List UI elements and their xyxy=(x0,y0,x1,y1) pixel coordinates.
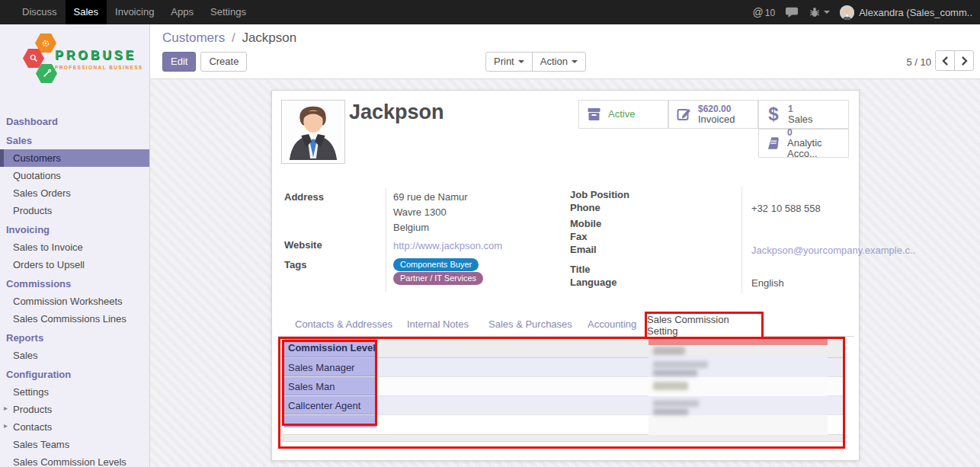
commission-level-cell[interactable]: Callcenter Agent xyxy=(284,396,376,414)
address-street[interactable]: 69 rue de Namur xyxy=(393,191,468,203)
active-stat-button[interactable]: Active xyxy=(578,100,668,129)
address-city[interactable]: Wavre 1300 xyxy=(393,206,447,218)
sidebar-item-label: Contacts xyxy=(13,421,52,433)
tab-internal-notes[interactable]: Internal Notes xyxy=(407,318,469,330)
sidebar-section-commissions[interactable]: Commissions xyxy=(0,273,149,293)
analytic-count-label: Analytic Acco... xyxy=(787,138,842,159)
breadcrumb-separator: / xyxy=(232,30,235,45)
menu-invoicing[interactable]: Invoicing xyxy=(107,0,162,24)
sidebar-item-sales-commissions-lines[interactable]: Sales Commissions Lines xyxy=(0,310,149,328)
sidebar-item-config-contacts[interactable]: ▸Contacts xyxy=(0,418,149,436)
top-menu: Discuss Sales Invoicing Apps Settings xyxy=(14,0,255,24)
menu-sales[interactable]: Sales xyxy=(66,0,107,24)
sidebar-item-config-products[interactable]: ▸Products xyxy=(0,401,149,418)
user-avatar xyxy=(840,5,854,20)
tab-sales-commission-setting[interactable]: Sales Commission Setting xyxy=(646,312,762,337)
customer-photo[interactable] xyxy=(281,100,345,164)
commission-level-cell[interactable]: Sales Manager xyxy=(284,358,376,376)
chevron-right-icon xyxy=(961,56,968,66)
sidebar-section-invoicing[interactable]: Invoicing xyxy=(0,219,149,238)
sidebar-item-commission-worksheets[interactable]: Commission Worksheets xyxy=(0,293,149,310)
create-button[interactable]: Create xyxy=(200,52,247,72)
address-label: Address xyxy=(284,191,324,203)
top-navbar: Discuss Sales Invoicing Apps Settings @1… xyxy=(0,0,980,24)
bug-icon[interactable] xyxy=(809,6,830,18)
sidebar-item-quotations[interactable]: Quotations xyxy=(0,167,149,184)
main-content: Jackpson Active $620.00 Invoiced $ 1 Sal… xyxy=(150,79,980,467)
at-mention-icon: @ xyxy=(753,6,764,18)
tag-partner-it-services[interactable]: Partner / IT Services xyxy=(393,272,483,285)
record-title: Jackpson xyxy=(349,101,444,124)
sidebar-item-products[interactable]: Products xyxy=(0,202,149,219)
sidebar-item-settings[interactable]: Settings xyxy=(0,383,149,401)
archive-box-icon xyxy=(585,107,602,122)
tab-accounting[interactable]: Accounting xyxy=(588,318,636,330)
expand-arrow-icon: ▸ xyxy=(4,404,8,412)
analytic-accounts-stat-button[interactable]: 0 Analytic Acco... xyxy=(758,129,849,158)
invoiced-stat-button[interactable]: $620.00 Invoiced xyxy=(668,100,758,129)
sales-stat-button[interactable]: $ 1 Sales xyxy=(758,100,849,129)
action-label: Action xyxy=(540,56,568,68)
commission-level-header[interactable]: Commission Level xyxy=(284,338,376,357)
horizontal-scrollbar[interactable] xyxy=(283,434,844,442)
sales-count-value: 1 xyxy=(788,104,813,114)
website-link[interactable]: http://www.jackpson.com xyxy=(393,240,502,251)
pager-next-button[interactable] xyxy=(954,50,974,71)
menu-discuss[interactable]: Discuss xyxy=(14,0,66,24)
print-dropdown-button[interactable]: Print xyxy=(485,52,533,72)
tab-contacts-addresses[interactable]: Contacts & Addresses xyxy=(295,318,392,330)
mobile-label: Mobile xyxy=(570,218,601,229)
pager-previous-button[interactable] xyxy=(935,50,955,71)
language-value[interactable]: English xyxy=(751,277,784,289)
invoiced-value: $620.00 xyxy=(698,104,735,114)
sidebar-item-reports-sales[interactable]: Sales xyxy=(0,347,149,364)
caret-down-icon xyxy=(824,11,830,14)
commission-level-cell[interactable]: Sales Man xyxy=(284,377,376,395)
edit-pencil-icon xyxy=(675,107,692,122)
tab-sales-purchases[interactable]: Sales & Purchases xyxy=(488,318,572,330)
caret-down-icon xyxy=(572,60,578,63)
address-country[interactable]: Belgium xyxy=(393,222,429,233)
redacted-blur-region xyxy=(649,338,828,435)
chat-bubble-icon[interactable] xyxy=(785,6,799,18)
sidebar: PROBUSE PROFESSIONAL BUSINESS Dashboard … xyxy=(0,24,150,467)
field-separator xyxy=(386,188,386,292)
edit-button[interactable]: Edit xyxy=(162,52,196,72)
control-panel: Customers / Jackpson Edit Create Print A… xyxy=(150,24,980,79)
sidebar-item-sales-orders[interactable]: Sales Orders xyxy=(0,184,149,202)
sidebar-section-configuration[interactable]: Configuration xyxy=(0,364,149,383)
menu-settings[interactable]: Settings xyxy=(202,0,255,24)
probuse-logo: PROBUSE PROFESSIONAL BUSINESS xyxy=(0,32,149,98)
sidebar-item-orders-to-upsell[interactable]: Orders to Upsell xyxy=(0,256,149,273)
book-icon xyxy=(765,136,781,151)
sidebar-section-reports[interactable]: Reports xyxy=(0,328,149,347)
sidebar-item-label: Products xyxy=(13,404,52,415)
breadcrumb: Customers / Jackpson xyxy=(162,30,296,46)
breadcrumb-current: Jackpson xyxy=(242,30,296,45)
sidebar-item-sales-to-invoice[interactable]: Sales to Invoice xyxy=(0,238,149,256)
sidebar-item-sales-teams[interactable]: Sales Teams xyxy=(0,436,149,453)
customer-form-sheet: Jackpson Active $620.00 Invoiced $ 1 Sal… xyxy=(271,90,860,461)
website-label: Website xyxy=(284,239,322,251)
breadcrumb-customers[interactable]: Customers xyxy=(162,30,225,45)
sidebar-section-dashboard[interactable]: Dashboard xyxy=(0,111,149,130)
pager-counter: 5 / 10 xyxy=(906,56,931,68)
action-dropdown-button[interactable]: Action xyxy=(532,52,586,72)
mentions-counter[interactable]: @10 xyxy=(753,6,776,18)
sidebar-item-customers[interactable]: Customers xyxy=(0,149,149,167)
title-label: Title xyxy=(570,264,591,275)
expand-arrow-icon: ▸ xyxy=(4,421,8,430)
menu-apps[interactable]: Apps xyxy=(162,0,202,24)
phone-value[interactable]: +32 10 588 558 xyxy=(751,203,821,214)
invoiced-label: Invoiced xyxy=(698,114,735,125)
caret-down-icon xyxy=(518,60,524,63)
tags-label: Tags xyxy=(284,259,306,270)
sidebar-section-sales[interactable]: Sales xyxy=(0,130,149,149)
tag-components-buyer[interactable]: Components Buyer xyxy=(393,258,479,271)
sidebar-item-sales-commission-levels[interactable]: Sales Commission Levels xyxy=(0,453,149,467)
user-menu[interactable]: Alexandra (Sales_comm.. xyxy=(840,5,972,20)
language-label: Language xyxy=(570,277,617,288)
email-link[interactable]: Jackpson@yourcompany.example.c.. xyxy=(751,245,915,256)
phone-label: Phone xyxy=(570,202,600,213)
mention-count: 10 xyxy=(765,8,775,18)
